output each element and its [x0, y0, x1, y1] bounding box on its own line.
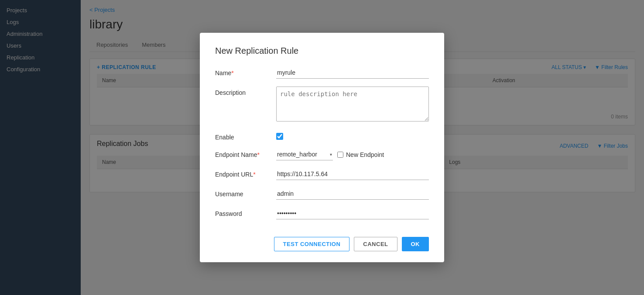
enable-field-row: Enable — [215, 131, 429, 141]
endpoint-url-required-indicator: * — [253, 171, 255, 178]
password-control — [276, 208, 429, 219]
description-field-row: Description — [215, 87, 429, 123]
description-label: Description — [215, 87, 276, 96]
password-label: Password — [215, 208, 276, 217]
enable-label: Enable — [215, 131, 276, 141]
name-label: Name* — [215, 67, 276, 76]
dialog-title: New Replication Rule — [215, 46, 429, 56]
endpoint-url-control — [276, 168, 429, 180]
description-control — [276, 87, 429, 123]
name-input[interactable] — [276, 67, 429, 79]
username-label: Username — [215, 188, 276, 198]
name-field-row: Name* — [215, 67, 429, 79]
endpoint-name-required-indicator: * — [257, 151, 260, 158]
password-field-row: Password — [215, 208, 429, 219]
endpoint-name-label: Endpoint Name* — [215, 149, 276, 158]
endpoint-url-label: Endpoint URL* — [215, 168, 276, 178]
endpoint-url-field-row: Endpoint URL* — [215, 168, 429, 180]
description-textarea[interactable] — [276, 87, 429, 121]
ok-button[interactable]: OK — [402, 237, 429, 251]
new-endpoint-label[interactable]: New Endpoint — [337, 151, 384, 158]
new-endpoint-checkbox[interactable] — [337, 152, 343, 158]
endpoint-url-input[interactable] — [276, 168, 429, 180]
modal-overlay: New Replication Rule Name* Description E… — [0, 0, 644, 295]
endpoint-name-row: remote_harbor ▾ New Endpoint — [276, 149, 429, 160]
endpoint-name-select[interactable]: remote_harbor — [276, 149, 333, 160]
endpoint-name-field-row: Endpoint Name* remote_harbor ▾ New Endpo… — [215, 149, 429, 160]
enable-control — [276, 131, 429, 140]
endpoint-select-wrapper: remote_harbor ▾ — [276, 149, 333, 160]
username-input[interactable] — [276, 188, 429, 200]
name-required-indicator: * — [231, 69, 233, 76]
username-control — [276, 188, 429, 200]
enable-checkbox[interactable] — [276, 133, 283, 140]
username-field-row: Username — [215, 188, 429, 200]
new-replication-rule-dialog: New Replication Rule Name* Description E… — [200, 33, 444, 262]
password-input[interactable] — [276, 208, 429, 219]
name-control — [276, 67, 429, 79]
test-connection-button[interactable]: TEST CONNECTION — [274, 237, 350, 251]
cancel-button[interactable]: CANCEL — [354, 237, 397, 251]
endpoint-name-control: remote_harbor ▾ New Endpoint — [276, 149, 429, 160]
dialog-footer: TEST CONNECTION CANCEL OK — [215, 233, 429, 251]
new-endpoint-text: New Endpoint — [346, 151, 384, 158]
